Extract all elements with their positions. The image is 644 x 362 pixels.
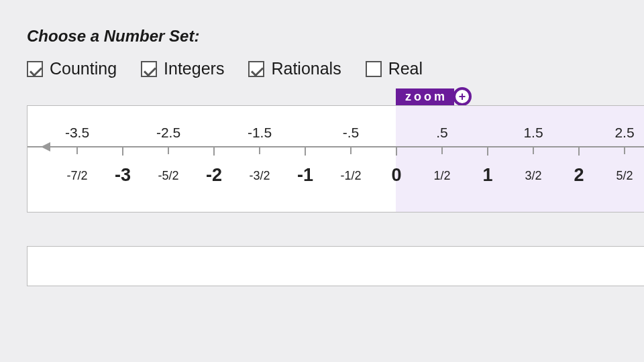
checkbox-label: Integers <box>164 59 224 78</box>
tick-label-top: 2.5 <box>614 125 634 141</box>
tick-label-bottom: 0 <box>391 165 401 186</box>
tick <box>487 146 488 156</box>
tick-label-bottom: -1/2 <box>340 169 361 183</box>
tick-label-bottom: 2 <box>574 165 584 186</box>
checkbox-box[interactable] <box>366 61 382 77</box>
checkbox-box[interactable] <box>248 61 264 77</box>
tick-label-bottom: -2 <box>206 165 222 186</box>
tick-label-bottom: -5/2 <box>158 169 178 183</box>
tick-label-bottom: 5/2 <box>616 169 633 183</box>
tick-label-bottom: -3/2 <box>249 169 270 183</box>
positive-highlight <box>396 106 644 212</box>
checkbox-box[interactable] <box>141 61 157 77</box>
tick <box>533 146 534 154</box>
plus-icon: + <box>459 90 466 103</box>
checkbox-label: Real <box>388 59 423 78</box>
tick <box>259 146 260 154</box>
tick <box>305 146 306 156</box>
checkbox-rationals[interactable]: Rationals <box>248 59 341 78</box>
checkbox-label: Rationals <box>271 59 341 78</box>
zoom-in-button[interactable]: + <box>453 87 472 106</box>
tick-label-top: .5 <box>436 125 448 141</box>
tick-label-top: -1.5 <box>248 125 272 141</box>
number-line-axis <box>28 146 644 147</box>
tick-label-bottom: 3/2 <box>525 169 541 183</box>
tick-label-top: 1.5 <box>523 125 543 141</box>
secondary-panel <box>27 246 644 286</box>
tick-label-bottom: -1 <box>297 165 313 186</box>
tick-label-bottom: -7/2 <box>66 169 87 183</box>
checkbox-row: Counting Integers Rationals Real <box>27 59 644 78</box>
zoom-control: zoom + <box>396 87 477 106</box>
tick-label-top: -3.5 <box>65 125 89 141</box>
tick-label-top: -.5 <box>343 125 360 141</box>
tick <box>578 146 580 156</box>
tick <box>76 146 78 154</box>
checkbox-box[interactable] <box>27 61 43 77</box>
tick <box>396 146 397 156</box>
tick <box>168 146 169 154</box>
checkbox-counting[interactable]: Counting <box>27 59 117 78</box>
tick-label-bottom: 1 <box>482 165 492 186</box>
checkbox-integers[interactable]: Integers <box>141 59 224 78</box>
tick <box>441 146 443 154</box>
tick <box>122 146 123 156</box>
number-line-panel: -3.5-7/2-3-2.5-5/2-2-1.5-3/2-1-.5-1/20.5… <box>27 105 644 213</box>
tick-label-bottom: 1/2 <box>433 169 450 183</box>
tick-label-bottom: -3 <box>115 165 131 186</box>
tick-label-top: -2.5 <box>156 125 180 141</box>
zoom-label: zoom <box>396 88 454 105</box>
checkbox-label: Counting <box>50 59 117 78</box>
page-title: Choose a Number Set: <box>27 27 644 46</box>
tick <box>350 146 352 154</box>
tick <box>624 146 625 154</box>
checkbox-real[interactable]: Real <box>366 59 423 78</box>
tick <box>213 146 215 156</box>
